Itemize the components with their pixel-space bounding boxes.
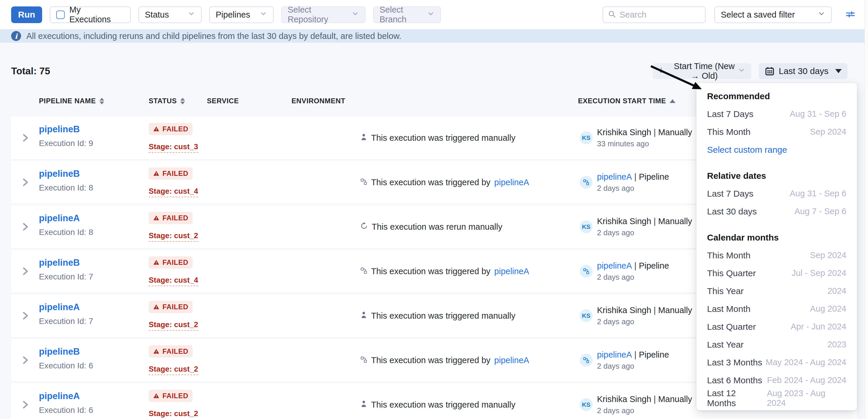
date-range-button[interactable]: Last 30 days xyxy=(759,63,847,79)
failed-stage-link[interactable]: Stage: cust_2 xyxy=(149,320,198,331)
failed-stage-link[interactable]: Stage: cust_4 xyxy=(149,276,198,286)
starter-line: pipelineA|Pipeline xyxy=(597,261,669,271)
filter-settings-button[interactable] xyxy=(844,8,857,21)
pipeline-name-link[interactable]: pipelineA xyxy=(39,391,80,401)
status-dropdown[interactable]: Status xyxy=(138,6,202,23)
expand-chevron-icon[interactable] xyxy=(22,133,29,143)
sort-both-icon xyxy=(180,98,185,104)
menu-item[interactable]: Last Quarter Apr - Jun 2024 xyxy=(696,318,857,335)
warning-icon xyxy=(153,393,159,399)
trigger-pipeline-link[interactable]: pipelineA xyxy=(494,178,529,187)
select-branch-label: Select Branch xyxy=(379,5,427,24)
menu-section: Recommended Last 7 Days Aug 31 - Sep 6 T… xyxy=(696,87,857,159)
date-range-label: Last 30 days xyxy=(779,66,829,76)
scrollbar-gutter[interactable] xyxy=(865,0,868,419)
failed-stage-link[interactable]: Stage: cust_2 xyxy=(149,231,198,242)
menu-item-value: Sep 2024 xyxy=(810,127,846,137)
chevron-down-icon xyxy=(351,10,359,20)
search-icon xyxy=(608,10,616,19)
starter-name: Krishika Singh xyxy=(597,128,651,137)
failed-stage-link[interactable]: Stage: cust_3 xyxy=(149,142,198,153)
starter-pipeline-link[interactable]: pipelineA xyxy=(597,172,632,182)
my-executions-label: My Executions xyxy=(69,5,124,24)
header-pipeline-name[interactable]: PIPELINE NAME xyxy=(39,97,104,105)
pipeline-icon xyxy=(360,355,367,365)
sort-dropdown-label: Start Time (New → Old) xyxy=(671,61,738,81)
pipeline-avatar xyxy=(580,176,593,189)
menu-item-value: Aug 2023 - Aug 2024 xyxy=(767,389,846,408)
start-time-cell: KS Krishika Singh|Manually 2 days ago xyxy=(580,294,692,337)
header-status[interactable]: STATUS xyxy=(149,97,185,105)
menu-item[interactable]: This Month Sep 2024 xyxy=(696,246,857,264)
header-status-label: STATUS xyxy=(149,97,177,105)
info-banner: i All executions, including reruns and c… xyxy=(0,29,868,43)
date-range-menu: Recommended Last 7 Days Aug 31 - Sep 6 T… xyxy=(696,83,857,410)
menu-item[interactable]: Last 7 Days Aug 31 - Sep 6 xyxy=(696,105,857,123)
status-badge: FAILED xyxy=(149,390,192,402)
run-button[interactable]: Run xyxy=(11,6,42,23)
header-execution-start-time[interactable]: EXECUTION START TIME xyxy=(578,97,676,105)
menu-item-label: Last 6 Months xyxy=(707,376,762,385)
menu-item[interactable]: Last 7 Days Aug 31 - Sep 6 xyxy=(696,185,857,202)
user-icon xyxy=(360,311,367,321)
expand-chevron-icon[interactable] xyxy=(22,222,29,232)
my-executions-filter[interactable]: My Executions xyxy=(50,6,131,23)
header-environment-label: ENVIRONMENT xyxy=(291,97,345,105)
pipelines-dropdown[interactable]: Pipelines xyxy=(209,6,274,23)
expand-chevron-icon[interactable] xyxy=(22,356,29,366)
trigger-pipeline-link[interactable]: pipelineA xyxy=(494,355,529,365)
avatar-initials: KS xyxy=(582,134,590,141)
trigger-text: This execution was triggered by xyxy=(371,178,491,187)
menu-item[interactable]: Last 3 Months May 2024 - Aug 2024 xyxy=(696,353,857,371)
menu-item[interactable]: This Month Sep 2024 xyxy=(696,123,857,141)
menu-item[interactable]: Last 30 days Aug 7 - Sep 6 xyxy=(696,202,857,220)
sort-dropdown[interactable]: Start Time (New → Old) xyxy=(653,63,751,79)
pipeline-name-link[interactable]: pipelineB xyxy=(39,168,80,179)
menu-item-value: 2023 xyxy=(827,340,846,349)
starter-pipeline-link[interactable]: pipelineA xyxy=(597,261,632,270)
warning-icon xyxy=(153,215,159,221)
expand-chevron-icon[interactable] xyxy=(22,267,29,277)
search-input[interactable] xyxy=(620,10,700,20)
menu-item[interactable]: Last Year 2023 xyxy=(696,335,857,353)
pipeline-name-link[interactable]: pipelineB xyxy=(39,347,80,357)
menu-item-value: 2024 xyxy=(827,286,846,296)
sliders-icon xyxy=(845,9,856,21)
menu-item[interactable]: Last 6 Months Feb 2024 - Aug 2024 xyxy=(696,371,857,389)
expand-chevron-icon[interactable] xyxy=(22,178,29,188)
failed-stage-link[interactable]: Stage: cust_2 xyxy=(149,364,198,375)
status-badge: FAILED xyxy=(149,256,192,268)
pipeline-name-link[interactable]: pipelineB xyxy=(39,124,80,135)
separator: | xyxy=(653,128,656,137)
pipeline-name-link[interactable]: pipelineA xyxy=(39,302,80,313)
menu-item[interactable]: Last 12 Months Aug 2023 - Aug 2024 xyxy=(696,389,857,407)
starter-name: Krishika Singh xyxy=(597,305,651,315)
failed-stage-link[interactable]: Stage: cust_2 xyxy=(149,409,198,419)
saved-filter-dropdown[interactable]: Select a saved filter xyxy=(714,6,832,23)
avatar: KS xyxy=(580,131,593,144)
failed-stage-link[interactable]: Stage: cust_4 xyxy=(149,187,198,197)
pipeline-name-link[interactable]: pipelineB xyxy=(39,257,80,268)
header-environment: ENVIRONMENT xyxy=(291,97,345,105)
menu-item[interactable]: This Year 2024 xyxy=(696,282,857,300)
chevron-down-icon xyxy=(738,66,745,76)
menu-item[interactable]: Select custom range xyxy=(696,141,857,159)
menu-item-label: Last 12 Months xyxy=(707,388,767,408)
starter-line: Krishika Singh|Manually xyxy=(597,305,692,315)
select-repository-dropdown[interactable]: Select Repository xyxy=(281,6,366,23)
trigger-pipeline-link[interactable]: pipelineA xyxy=(494,266,529,276)
my-executions-checkbox[interactable] xyxy=(56,10,65,19)
menu-item-label: Last 3 Months xyxy=(707,358,762,367)
select-branch-dropdown[interactable]: Select Branch xyxy=(373,6,441,23)
pipeline-avatar xyxy=(580,265,593,278)
saved-filter-label: Select a saved filter xyxy=(721,10,795,20)
menu-item[interactable]: This Quarter Jul - Sep 2024 xyxy=(696,264,857,282)
sort-asc-icon xyxy=(670,99,676,103)
expand-chevron-icon[interactable] xyxy=(22,400,29,410)
starter-mode: Manually xyxy=(658,128,692,137)
pipeline-name-link[interactable]: pipelineA xyxy=(39,213,80,224)
search-box[interactable] xyxy=(602,6,706,23)
expand-chevron-icon[interactable] xyxy=(22,311,29,321)
menu-item[interactable]: Last Month Aug 2024 xyxy=(696,300,857,318)
starter-pipeline-link[interactable]: pipelineA xyxy=(597,350,632,359)
